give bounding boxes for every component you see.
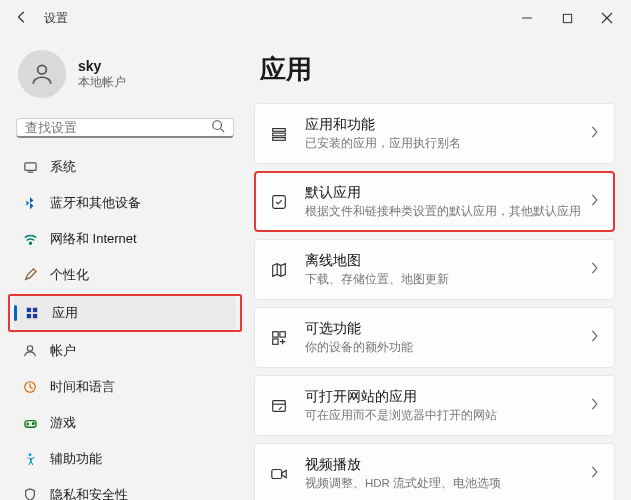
sidebar-item-apps[interactable]: 应用 <box>14 296 236 330</box>
card-sub: 视频调整、HDR 流式处理、电池选项 <box>305 476 590 491</box>
card-video-playback[interactable]: 视频播放 视频调整、HDR 流式处理、电池选项 <box>254 443 615 500</box>
svg-point-3 <box>213 121 222 130</box>
svg-rect-10 <box>27 314 31 318</box>
sidebar-item-label: 隐私和安全性 <box>50 486 128 500</box>
svg-rect-18 <box>273 133 286 136</box>
optional-features-icon <box>269 329 289 347</box>
system-icon <box>22 159 38 175</box>
sidebar-item-label: 个性化 <box>50 266 89 284</box>
svg-point-16 <box>29 453 32 456</box>
sidebar-apps-highlight: 应用 <box>8 294 242 332</box>
chevron-right-icon <box>590 330 600 345</box>
apps-features-icon <box>269 125 289 143</box>
card-sub: 你的设备的额外功能 <box>305 340 590 355</box>
nav-list: 系统 蓝牙和其他设备 网络和 Internet 个性化 应用 <box>12 150 238 500</box>
card-sub: 下载、存储位置、地图更新 <box>305 272 590 287</box>
brush-icon <box>22 267 38 283</box>
account-icon <box>22 343 38 359</box>
svg-point-15 <box>32 422 34 424</box>
card-sub: 已安装的应用，应用执行别名 <box>305 136 590 151</box>
sidebar-item-label: 时间和语言 <box>50 378 115 396</box>
user-block[interactable]: sky 本地帐户 <box>12 44 238 114</box>
svg-rect-19 <box>273 137 286 140</box>
card-sub: 可在应用而不是浏览器中打开的网站 <box>305 408 590 423</box>
wifi-icon <box>22 231 38 247</box>
search-input[interactable] <box>25 120 211 135</box>
back-button[interactable] <box>12 10 32 27</box>
chevron-right-icon <box>590 398 600 413</box>
user-name: sky <box>78 58 126 74</box>
maximize-button[interactable] <box>547 2 587 34</box>
accessibility-icon <box>22 451 38 467</box>
sidebar-item-personalization[interactable]: 个性化 <box>12 258 238 292</box>
card-optional-features[interactable]: 可选功能 你的设备的额外功能 <box>254 307 615 368</box>
sidebar-item-label: 帐户 <box>50 342 76 360</box>
svg-point-7 <box>29 242 31 244</box>
sidebar-item-network[interactable]: 网络和 Internet <box>12 222 238 256</box>
websites-icon <box>269 397 289 415</box>
sidebar-item-bluetooth[interactable]: 蓝牙和其他设备 <box>12 186 238 220</box>
card-default-apps[interactable]: 默认应用 根据文件和链接种类设置的默认应用，其他默认应用 <box>254 171 615 232</box>
search-box[interactable] <box>16 118 234 138</box>
sidebar-item-accounts[interactable]: 帐户 <box>12 334 238 368</box>
video-icon <box>269 465 289 483</box>
chevron-right-icon <box>590 126 600 141</box>
close-button[interactable] <box>587 2 627 34</box>
svg-rect-1 <box>563 14 571 22</box>
card-title: 应用和功能 <box>305 116 590 134</box>
svg-line-4 <box>221 129 225 133</box>
card-title: 默认应用 <box>305 184 590 202</box>
bluetooth-icon <box>22 195 38 211</box>
svg-rect-20 <box>273 195 286 208</box>
sidebar-item-system[interactable]: 系统 <box>12 150 238 184</box>
minimize-button[interactable] <box>507 2 547 34</box>
sidebar-item-accessibility[interactable]: 辅助功能 <box>12 442 238 476</box>
sidebar-item-label: 辅助功能 <box>50 450 102 468</box>
clock-icon <box>22 379 38 395</box>
sidebar-item-label: 网络和 Internet <box>50 230 137 248</box>
sidebar-item-label: 系统 <box>50 158 76 176</box>
sidebar-item-label: 游戏 <box>50 414 76 432</box>
titlebar: 设置 <box>0 0 631 36</box>
sidebar-item-label: 蓝牙和其他设备 <box>50 194 141 212</box>
apps-icon <box>24 305 40 321</box>
card-sub: 根据文件和链接种类设置的默认应用，其他默认应用 <box>305 204 590 219</box>
sidebar: sky 本地帐户 系统 蓝牙和其他设备 网络和 Internet <box>0 36 244 500</box>
window-title: 设置 <box>44 10 68 27</box>
svg-rect-11 <box>33 314 37 318</box>
svg-rect-17 <box>273 128 286 131</box>
svg-rect-5 <box>24 162 35 170</box>
svg-rect-8 <box>27 308 31 312</box>
svg-point-2 <box>38 65 47 74</box>
card-offline-maps[interactable]: 离线地图 下载、存储位置、地图更新 <box>254 239 615 300</box>
chevron-right-icon <box>590 194 600 209</box>
card-title: 可选功能 <box>305 320 590 338</box>
svg-rect-24 <box>273 400 286 411</box>
svg-rect-21 <box>273 331 278 336</box>
sidebar-item-label: 应用 <box>52 304 78 322</box>
page-title: 应用 <box>260 52 615 87</box>
card-apps-for-websites[interactable]: 可打开网站的应用 可在应用而不是浏览器中打开的网站 <box>254 375 615 436</box>
svg-rect-9 <box>33 308 37 312</box>
main-content: 应用 应用和功能 已安装的应用，应用执行别名 默认应用 根据文件和链接种类设置的… <box>244 36 631 500</box>
sidebar-item-gaming[interactable]: 游戏 <box>12 406 238 440</box>
settings-cards: 应用和功能 已安装的应用，应用执行别名 默认应用 根据文件和链接种类设置的默认应… <box>254 103 615 500</box>
search-icon <box>211 119 225 136</box>
svg-rect-23 <box>273 338 278 343</box>
avatar <box>18 50 66 98</box>
maps-icon <box>269 261 289 279</box>
card-title: 视频播放 <box>305 456 590 474</box>
sidebar-item-privacy[interactable]: 隐私和安全性 <box>12 478 238 500</box>
shield-icon <box>22 487 38 500</box>
card-title: 离线地图 <box>305 252 590 270</box>
gaming-icon <box>22 415 38 431</box>
chevron-right-icon <box>590 466 600 481</box>
default-apps-icon <box>269 193 289 211</box>
svg-rect-26 <box>272 469 282 478</box>
sidebar-item-time-language[interactable]: 时间和语言 <box>12 370 238 404</box>
svg-point-12 <box>27 346 32 351</box>
card-apps-features[interactable]: 应用和功能 已安装的应用，应用执行别名 <box>254 103 615 164</box>
chevron-right-icon <box>590 262 600 277</box>
svg-rect-22 <box>280 331 285 336</box>
user-sub: 本地帐户 <box>78 74 126 91</box>
